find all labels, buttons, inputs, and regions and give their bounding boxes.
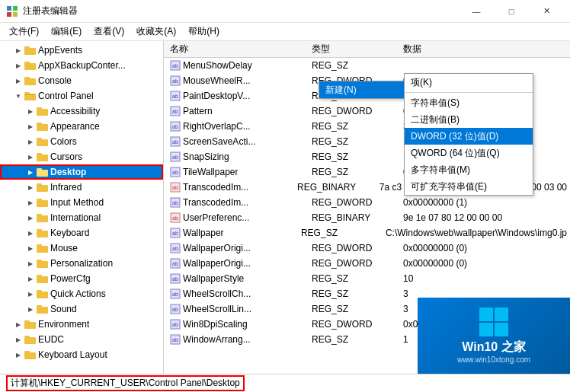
- menu-edit[interactable]: 编辑(E): [45, 24, 88, 40]
- ctx-item-multistring[interactable]: 多字符串值(M): [405, 161, 533, 178]
- tree-label: Keyboard Layout: [38, 349, 107, 360]
- cell-name: MenuShowDelay: [183, 60, 252, 71]
- tree-panel[interactable]: ▶ AppEvents ▶ AppXBackupConter... ▶ Cons…: [0, 41, 164, 374]
- tree-item-powercfg[interactable]: ▶ PowerCfg: [0, 271, 163, 286]
- tree-label: Appearance: [50, 121, 100, 132]
- table-row[interactable]: ab UserPreferenc... REG_BINARY 9e 1e 07 …: [164, 210, 570, 225]
- svg-rect-36: [37, 275, 42, 278]
- cell-name: WallpaperStyle: [183, 273, 244, 284]
- ctx-item-dword32[interactable]: DWORD (32 位)值(D): [405, 128, 533, 145]
- table-row[interactable]: ab TranscodedIm... REG_DWORD 0x00000000 …: [164, 195, 570, 210]
- cell-name: WheelScrollLin...: [183, 304, 251, 314]
- tree-item-desktop[interactable]: ▶ Desktop: [0, 164, 163, 180]
- expand-icon: ▶: [12, 59, 24, 72]
- tree-item-appevents[interactable]: ▶ AppEvents: [0, 43, 163, 58]
- svg-text:ab: ab: [172, 322, 178, 327]
- svg-text:ab: ab: [172, 276, 178, 282]
- tree-item-personalization[interactable]: ▶ Personalization: [0, 256, 163, 271]
- reg-sz-icon: ab: [170, 121, 181, 132]
- menu-file[interactable]: 文件(F): [3, 24, 45, 40]
- expand-icon: ▶: [24, 181, 37, 193]
- folder-icon: [24, 349, 37, 360]
- menu-help[interactable]: 帮助(H): [182, 24, 226, 40]
- svg-text:ab: ab: [172, 109, 178, 114]
- reg-dword-icon: ab: [170, 243, 181, 253]
- close-button[interactable]: ✕: [529, 0, 564, 23]
- reg-binary-icon: ab: [170, 182, 181, 193]
- folder-icon-open: [24, 91, 37, 101]
- tree-item-cursors[interactable]: ▶ Cursors: [0, 149, 163, 164]
- tree-item-sound[interactable]: ▶ Sound: [0, 301, 163, 317]
- tree-item-keyboardlayout[interactable]: ▶ Keyboard Layout: [0, 347, 163, 362]
- menu-separator: [405, 92, 533, 93]
- ctx-item-label: 可扩充字符串值(E): [411, 180, 487, 193]
- folder-icon: [37, 273, 49, 284]
- reg-sz-icon: ab: [170, 60, 181, 71]
- ctx-new-label: 新建(N): [325, 84, 357, 97]
- tree-item-inputmethod[interactable]: ▶ Input Method: [0, 195, 163, 210]
- tree-label: AppEvents: [38, 45, 82, 56]
- expand-icon: ▶: [12, 349, 24, 361]
- expand-icon: ▶: [24, 288, 37, 300]
- folder-icon: [37, 258, 49, 269]
- svg-rect-2: [7, 12, 11, 17]
- tree-item-appearance[interactable]: ▶ Appearance: [0, 119, 163, 134]
- tree-item-colors[interactable]: ▶ Colors: [0, 134, 163, 149]
- sub-context-menu[interactable]: 项(K) 字符串值(S) 二进制值(B) DWORD (32 位)值(D) QW…: [404, 73, 533, 196]
- svg-text:ab: ab: [172, 185, 178, 190]
- cell-type: REG_DWORD: [312, 106, 372, 116]
- cell-type: REG_SZ: [312, 334, 348, 345]
- expand-icon: ▶: [24, 120, 37, 132]
- folder-icon: [24, 319, 37, 330]
- reg-dword-icon: ab: [170, 91, 181, 101]
- maximize-button[interactable]: □: [494, 0, 529, 23]
- ctx-item-label: QWORD (64 位)值(Q): [411, 147, 500, 160]
- ctx-item-label: 项(K): [411, 76, 432, 89]
- reg-dword-icon: ab: [170, 258, 181, 269]
- svg-rect-9: [24, 77, 30, 80]
- table-row[interactable]: ab Wallpaper REG_SZ C:\Windows\web\wallp…: [164, 225, 570, 241]
- menu-favorites[interactable]: 收藏夹(A): [130, 24, 182, 40]
- tree-item-eudc[interactable]: ▶ EUDC: [0, 332, 163, 347]
- expand-icon: ▶: [24, 196, 37, 209]
- cell-data: 3: [403, 288, 408, 299]
- tree-item-quickactions[interactable]: ▶ Quick Actions: [0, 286, 163, 301]
- menu-view[interactable]: 查看(V): [88, 24, 130, 40]
- reg-sz-icon: ab: [170, 136, 181, 147]
- table-row[interactable]: ab WallpaperOrigi... REG_DWORD 0x0000000…: [164, 256, 570, 271]
- folder-icon: [37, 288, 49, 299]
- table-row[interactable]: ab WallpaperStyle REG_SZ 10: [164, 271, 570, 286]
- ctx-item-qword64[interactable]: QWORD (64 位)值(Q): [405, 145, 533, 161]
- cell-name: UserPreferenc...: [183, 212, 249, 223]
- menu-bar: 文件(F) 编辑(E) 查看(V) 收藏夹(A) 帮助(H): [0, 23, 570, 41]
- col-header-data: 数据: [400, 43, 570, 56]
- table-row[interactable]: ab MenuShowDelay REG_SZ: [164, 58, 570, 73]
- cell-name: WallpaperOrigi...: [183, 243, 251, 253]
- svg-rect-44: [24, 336, 30, 339]
- folder-icon: [37, 167, 49, 177]
- window-controls[interactable]: — □ ✕: [459, 0, 564, 23]
- expand-icon: ▶: [12, 318, 24, 330]
- minimize-button[interactable]: —: [459, 0, 494, 23]
- ctx-item-binary[interactable]: 二进制值(B): [405, 111, 533, 128]
- svg-rect-46: [24, 351, 30, 354]
- ctx-item-key[interactable]: 项(K): [405, 74, 533, 91]
- tree-item-environment[interactable]: ▶ Environment: [0, 317, 163, 332]
- ctx-item-string[interactable]: 字符串值(S): [405, 94, 533, 111]
- tree-item-controlpanel[interactable]: ▼ Control Panel: [0, 88, 163, 104]
- tree-item-accessibility[interactable]: ▶ Accessibility: [0, 104, 163, 119]
- tree-item-mouse[interactable]: ▶ Mouse: [0, 241, 163, 256]
- ctx-item-label: 多字符串值(M): [411, 164, 470, 177]
- tree-item-appxbackup[interactable]: ▶ AppXBackupConter...: [0, 58, 163, 73]
- ctx-item-expandstring[interactable]: 可扩充字符串值(E): [405, 178, 533, 195]
- cell-type: REG_DWORD: [312, 197, 372, 208]
- cell-name: ScreenSaveActi...: [183, 136, 255, 147]
- tree-item-international[interactable]: ▶ International: [0, 210, 163, 225]
- table-header: 名称 类型 数据: [164, 41, 570, 58]
- tree-item-keyboard[interactable]: ▶ Keyboard: [0, 225, 163, 241]
- svg-rect-14: [37, 107, 42, 110]
- cell-type: REG_SZ: [301, 228, 338, 238]
- table-row[interactable]: ab WallpaperOrigi... REG_DWORD 0x0000000…: [164, 241, 570, 256]
- tree-item-console[interactable]: ▶ Console: [0, 73, 163, 88]
- tree-item-infrared[interactable]: ▶ Infrared: [0, 180, 163, 195]
